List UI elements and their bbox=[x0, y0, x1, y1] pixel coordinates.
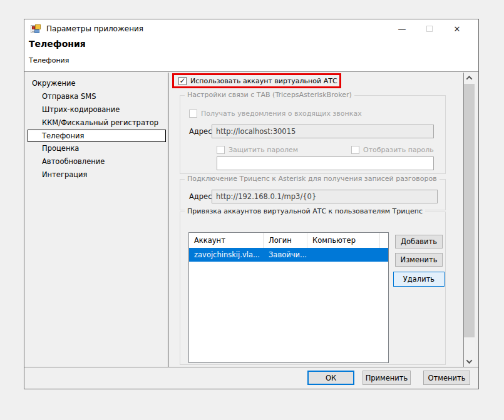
window-controls: — ✕ bbox=[388, 21, 471, 37]
window-title: Параметры приложения bbox=[46, 24, 143, 33]
dialog-body: Окружение Отправка SMS Штрих-кодирование… bbox=[24, 73, 478, 367]
dialog-footer: ОК Применить Отменить bbox=[24, 367, 478, 389]
account-binding-group: Привязка аккаунтов виртуальной АТС к пол… bbox=[180, 212, 446, 365]
column-header-login[interactable]: Логин bbox=[264, 233, 307, 248]
sidebar-item-autoupdate[interactable]: Автообновление bbox=[24, 155, 168, 168]
vertical-scrollbar bbox=[464, 73, 475, 367]
settings-tree: Окружение Отправка SMS Штрих-кодирование… bbox=[24, 73, 168, 367]
notify-checkbox-label: Получать уведомления о входящих звонках bbox=[201, 110, 362, 118]
app-parameters-dialog: Параметры приложения — ✕ Телефония Телеф… bbox=[24, 19, 479, 389]
asterisk-address-input: http://192.168.0.1/mp3/{0} bbox=[212, 190, 438, 203]
cancel-button[interactable]: Отменить bbox=[423, 371, 470, 385]
scrollbar-thumb[interactable] bbox=[464, 84, 475, 337]
sidebar-item-telephony[interactable]: Телефония bbox=[28, 130, 166, 142]
account-binding-group-title: Привязка аккаунтов виртуальной АТС к пол… bbox=[185, 207, 425, 215]
use-vats-label: Использовать аккаунт виртуальной АТС bbox=[190, 77, 337, 85]
close-icon[interactable]: ✕ bbox=[443, 21, 471, 37]
notify-checkbox-row: Получать уведомления о входящих звонках bbox=[189, 110, 362, 118]
cell-account: zavojchinskij.vla... bbox=[189, 248, 264, 262]
accounts-table: Аккаунт Логин Компьютер zavojchinskij.vl… bbox=[188, 232, 389, 363]
title-bar: Параметры приложения — ✕ bbox=[24, 19, 478, 38]
use-vats-highlight: ✓ Использовать аккаунт виртуальной АТС bbox=[172, 73, 341, 88]
asterisk-group-title: Подключение Трицепс к Asterisk для получ… bbox=[185, 175, 440, 183]
table-row[interactable]: zavojchinskij.vla... Завойчи... bbox=[189, 248, 388, 262]
tab-address-label: Адрес bbox=[189, 127, 212, 136]
show-password-row: Отобразить пароль bbox=[351, 146, 434, 154]
sidebar-item-barcoding[interactable]: Штрих-кодирование bbox=[24, 103, 168, 116]
accounts-table-header: Аккаунт Логин Компьютер bbox=[189, 233, 388, 248]
column-header-account[interactable]: Аккаунт bbox=[189, 233, 264, 248]
asterisk-group: Подключение Трицепс к Asterisk для получ… bbox=[180, 179, 446, 210]
telephony-settings-panel: ✓ Использовать аккаунт виртуальной АТС Н… bbox=[168, 73, 464, 367]
minimize-icon[interactable]: — bbox=[388, 21, 416, 37]
sidebar-item-environment[interactable]: Окружение bbox=[24, 77, 168, 90]
dialog-header-area: Параметры приложения — ✕ Телефония Телеф… bbox=[24, 19, 478, 72]
notify-checkbox bbox=[189, 110, 197, 118]
cell-login: Завойчи... bbox=[264, 248, 307, 262]
scroll-down-icon[interactable] bbox=[464, 356, 475, 367]
ok-button[interactable]: ОК bbox=[307, 371, 354, 385]
sidebar-item-integration[interactable]: Интеграция bbox=[24, 168, 168, 182]
app-icon bbox=[31, 24, 41, 34]
sidebar-item-sms[interactable]: Отправка SMS bbox=[24, 90, 168, 103]
page-subtitle: Телефония bbox=[29, 56, 69, 64]
show-password-checkbox bbox=[351, 146, 359, 154]
check-icon: ✓ bbox=[179, 78, 185, 85]
protect-password-checkbox bbox=[217, 146, 225, 154]
tab-settings-group-title: Настройки связи с ТАВ (TricepsAsteriskBr… bbox=[185, 91, 354, 99]
apply-button[interactable]: Применить bbox=[363, 371, 411, 385]
show-password-label: Отобразить пароль bbox=[363, 146, 434, 154]
cell-computer bbox=[307, 248, 380, 262]
scroll-up-icon[interactable] bbox=[464, 73, 475, 83]
delete-button[interactable]: Удалить bbox=[393, 272, 445, 287]
maximize-icon bbox=[416, 21, 443, 37]
add-button[interactable]: Добавить bbox=[395, 235, 443, 248]
column-header-computer[interactable]: Компьютер bbox=[307, 233, 380, 248]
sidebar-item-pricing[interactable]: Проценка bbox=[24, 142, 168, 155]
tab-address-input: http://localhost:30015 bbox=[212, 125, 434, 138]
edit-button[interactable]: Изменить bbox=[395, 253, 443, 267]
protect-password-label: Защитить паролем bbox=[229, 146, 298, 154]
sidebar-item-kkm[interactable]: ККМ/Фискальный регистратор bbox=[24, 116, 168, 130]
page-title: Телефония bbox=[29, 39, 86, 49]
password-input bbox=[217, 156, 434, 170]
protect-password-row: Защитить паролем bbox=[217, 146, 298, 154]
use-vats-checkbox[interactable]: ✓ bbox=[178, 77, 187, 85]
tab-settings-group: Настройки связи с ТАВ (TricepsAsteriskBr… bbox=[180, 95, 446, 174]
asterisk-address-label: Адрес bbox=[189, 192, 212, 201]
